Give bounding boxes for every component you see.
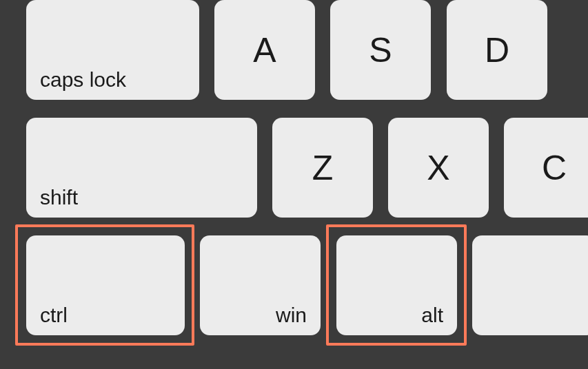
key-a[interactable]: A bbox=[214, 0, 315, 100]
key-label-ctrl: ctrl bbox=[40, 304, 68, 327]
key-s[interactable]: S bbox=[330, 0, 431, 100]
key-x[interactable]: X bbox=[388, 118, 489, 218]
key-ctrl[interactable]: ctrl bbox=[26, 235, 185, 335]
key-z[interactable]: Z bbox=[272, 118, 373, 218]
key-label-c: C bbox=[542, 148, 567, 188]
key-label-a: A bbox=[253, 30, 276, 70]
key-label-caps-lock: caps lock bbox=[40, 68, 126, 92]
key-win[interactable]: win bbox=[200, 235, 321, 335]
key-caps-lock[interactable]: caps lock bbox=[26, 0, 199, 100]
key-c[interactable]: C bbox=[504, 118, 588, 218]
key-alt[interactable]: alt bbox=[336, 235, 457, 335]
key-d[interactable]: D bbox=[447, 0, 547, 100]
keyboard-section: caps lock A S D shift Z X C ctrl win alt bbox=[0, 0, 588, 369]
key-label-z: Z bbox=[312, 148, 334, 188]
key-label-win: win bbox=[276, 304, 307, 327]
key-shift[interactable]: shift bbox=[26, 118, 257, 218]
key-label-d: D bbox=[485, 30, 509, 70]
key-label-s: S bbox=[369, 30, 392, 70]
key-label-shift: shift bbox=[40, 186, 78, 209]
key-space-partial[interactable] bbox=[472, 235, 588, 335]
key-label-x: X bbox=[427, 148, 449, 188]
key-label-alt: alt bbox=[421, 304, 443, 327]
